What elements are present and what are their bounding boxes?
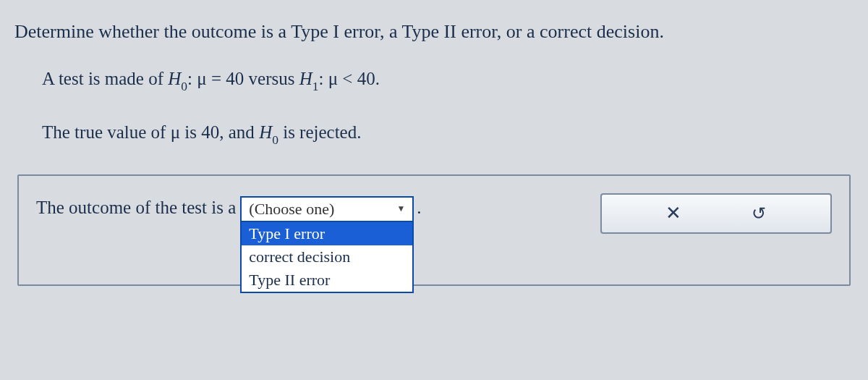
line2-h0-sub: 0 [272,132,278,147]
h0-sub: 0 [181,79,187,93]
h0-symbol: H [168,69,181,88]
h1-sub: 1 [312,79,319,93]
dropdown-option[interactable]: correct decision [242,245,412,269]
answer-box: The outcome of the test is a (Choose one… [17,174,851,286]
h0-expr: : μ = 40 [187,69,244,88]
answer-lead-text: The outcome of the test is a [36,196,236,218]
chevron-down-icon: ▼ [396,203,405,214]
line2-post: is rejected. [283,122,361,142]
dropdown-placeholder: (Choose one) [249,200,334,219]
undo-icon: ↺ [752,203,766,224]
undo-button[interactable]: ↺ [744,200,773,227]
dropdown-list: Type I error correct decision Type II er… [240,222,414,293]
dropdown-option[interactable]: Type II error [242,269,412,292]
dropdown-option[interactable]: Type I error [242,222,412,245]
action-bar: ✕ ↺ [600,193,832,234]
truth-line: The true value of μ is 40, and H0 is rej… [42,121,854,147]
clear-button[interactable]: ✕ [659,200,688,227]
hypothesis-line: A test is made of H0: μ = 40 versus H1: … [42,67,854,93]
answer-period: . [417,196,421,218]
versus-text: versus [249,69,299,88]
h1-expr: : μ < 40. [319,69,380,88]
line2-pre: The true value of μ is 40, and [42,122,259,142]
line1-pre: A test is made of [42,69,168,88]
line2-h0-symbol: H [259,122,272,142]
close-icon: ✕ [665,202,681,224]
dropdown-display[interactable]: (Choose one) ▼ [240,196,414,222]
h1-symbol: H [299,69,312,88]
answer-dropdown[interactable]: (Choose one) ▼ Type I error correct deci… [240,196,414,222]
question-prompt: Determine whether the outcome is a Type … [14,20,854,43]
